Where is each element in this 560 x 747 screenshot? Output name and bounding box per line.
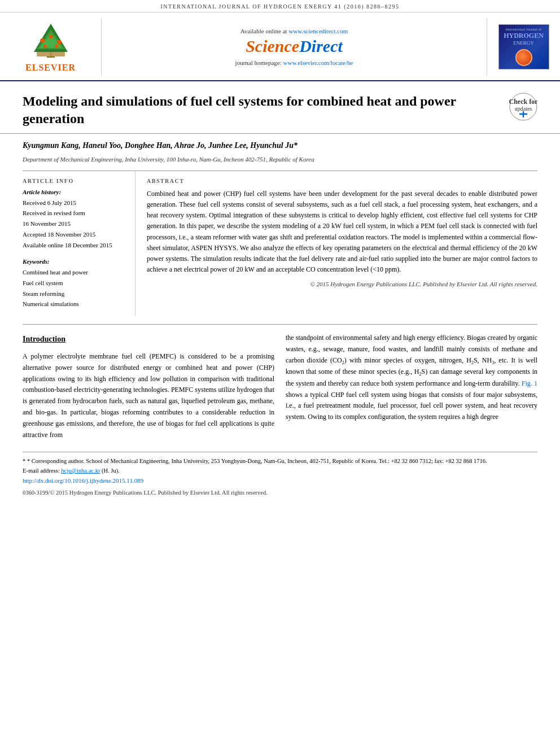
intro-left-text: A polymer electrolyte membrane fuel cell… [23, 351, 274, 440]
received-revised-label: Received in revised form [23, 208, 124, 219]
abstract-section: Abstract Combined heat and power (CHP) f… [135, 171, 537, 316]
elsevier-logo: ELSEVIER [25, 21, 76, 73]
journal-homepage: journal homepage: www.elsevier.com/locat… [235, 59, 353, 66]
keyword-ns: Numerical simulations [23, 299, 124, 309]
svg-text:Check for: Check for [509, 98, 537, 106]
cover-graphic [515, 49, 532, 66]
footnote-section: * * Corresponding author. School of Mech… [23, 452, 537, 497]
corresponding-star: * [23, 458, 27, 464]
introduction-heading: Introduction [23, 333, 274, 346]
fig1-link[interactable]: Fig. 1 [522, 379, 537, 387]
email-link[interactable]: hcju@inha.ac.kr [61, 468, 100, 474]
journal-citation: International Journal of Hydrogen Energy… [160, 3, 399, 10]
accepted-date: Accepted 18 November 2015 [23, 229, 124, 240]
keyword-sr: Steam reforming [23, 289, 124, 299]
cover-hydrogen: HYDROGEN [504, 32, 544, 40]
doi-line: http://dx.doi.org/10.1016/j.ijhydene.201… [23, 476, 537, 486]
title-section: Modeling and simulations of fuel cell sy… [0, 81, 560, 134]
svg-point-7 [43, 45, 47, 48]
svg-text:updates: updates [515, 106, 532, 112]
cover-subtitle: International Journal of [506, 28, 542, 32]
intro-right-column: the standpoint of environmental safety a… [286, 333, 537, 440]
email-suffix: (H. Ju). [102, 468, 120, 474]
journal-homepage-url[interactable]: www.elsevier.com/locate/he [283, 59, 353, 66]
authors-text: Kyungmun Kang, Haneul Yoo, Donghee Han, … [23, 139, 537, 152]
header-section: ELSEVIER Available online at www.science… [0, 12, 560, 81]
issn-line: 0360-3199/© 2015 Hydrogen Energy Publica… [23, 488, 537, 498]
sciencedirect-url[interactable]: www.sciencedirect.com [288, 28, 348, 34]
doi-link[interactable]: http://dx.doi.org/10.1016/j.ijhydene.201… [23, 477, 143, 484]
journal-header-bar: International Journal of Hydrogen Energy… [0, 0, 560, 12]
sciencedirect-section: Available online at www.sciencedirect.co… [102, 18, 487, 76]
abstract-copyright: © 2015 Hydrogen Energy Publications LLC.… [147, 281, 537, 287]
available-online-date: Available online 18 December 2015 [23, 240, 124, 251]
intro-left-column: Introduction A polymer electrolyte membr… [23, 333, 274, 440]
intro-right-text: the standpoint of environmental safety a… [286, 333, 537, 423]
svg-point-5 [57, 40, 62, 45]
section-divider [23, 324, 537, 325]
corresponding-author-text: * Corresponding author. School of Mechan… [27, 458, 487, 464]
available-online-text: Available online at www.sciencedirect.co… [240, 28, 348, 34]
sciencedirect-brand: ScienceDirect [246, 37, 343, 56]
elsevier-brand-text: ELSEVIER [25, 63, 76, 73]
svg-point-4 [40, 38, 45, 43]
abstract-title: Abstract [147, 178, 537, 184]
authors-section: Kyungmun Kang, Haneul Yoo, Donghee Han, … [0, 134, 560, 164]
main-content-section: Article Info Article history: Received 6… [23, 171, 537, 316]
email-note: E-mail address: hcju@inha.ac.kr (H. Ju). [23, 466, 537, 476]
keyword-fcs: Fuel cell system [23, 278, 124, 289]
elsevier-logo-section: ELSEVIER [0, 18, 102, 76]
cover-energy: ENERGY [513, 40, 534, 46]
body-content: Introduction A polymer electrolyte membr… [0, 333, 560, 440]
article-history-title: Article history: [23, 189, 124, 195]
svg-point-6 [49, 35, 53, 39]
corresponding-author-note: * * Corresponding author. School of Mech… [23, 457, 537, 466]
paper-title: Modeling and simulations of fuel cell sy… [23, 93, 498, 128]
crossmark-badge-icon: Check for updates [509, 93, 537, 121]
svg-point-8 [55, 45, 58, 48]
received-date: Received 6 July 2015 [23, 198, 124, 208]
keywords-title: Keywords: [23, 258, 124, 265]
keyword-chp: Combined heat and power [23, 267, 124, 278]
elsevier-tree-icon [25, 21, 76, 60]
article-info-column: Article Info Article history: Received 6… [23, 171, 135, 316]
journal-cover-section: International Journal of HYDROGEN ENERGY [487, 18, 560, 76]
abstract-text: Combined heat and power (CHP) fuel cell … [147, 189, 537, 276]
affiliation-text: Department of Mechanical Engineering, In… [23, 156, 537, 163]
article-info-title: Article Info [23, 178, 124, 184]
received-revised-date: 16 November 2015 [23, 219, 124, 229]
journal-cover-image: International Journal of HYDROGEN ENERGY [498, 24, 549, 69]
